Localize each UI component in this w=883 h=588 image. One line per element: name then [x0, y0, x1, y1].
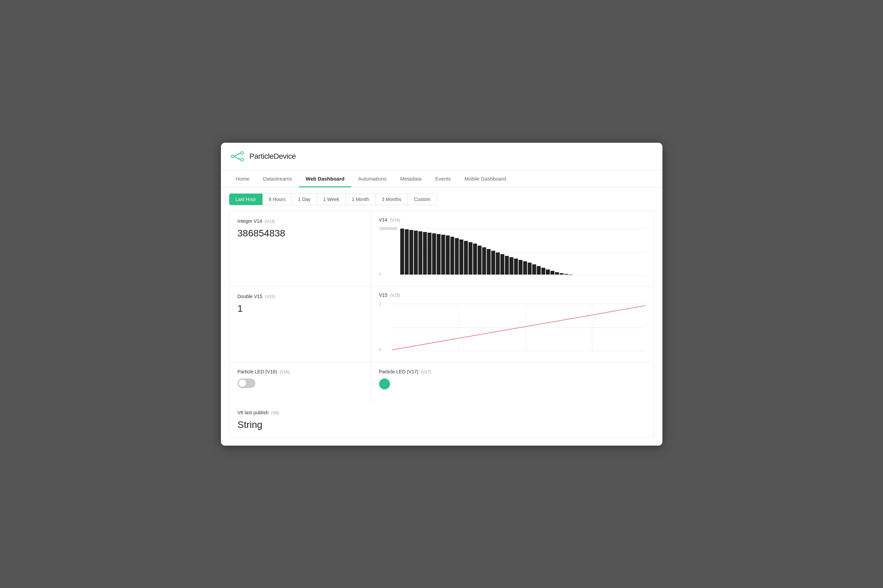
svg-rect-43 — [532, 264, 536, 274]
svg-rect-33 — [486, 249, 490, 274]
widget-double-v15-label: Double V15 (V15) — [238, 294, 363, 299]
chart-v15: V15 (V15) 2 0 — [371, 287, 654, 362]
svg-rect-21 — [432, 233, 436, 274]
chart-v14: V14 (V14) 2000000000 0 — [371, 212, 654, 286]
widget-led-v16: Particle LED (V16) (V16) — [229, 362, 371, 403]
time-btn-3months[interactable]: 3 Months — [376, 194, 408, 205]
nav-home[interactable]: Home — [229, 170, 256, 188]
svg-rect-42 — [527, 262, 531, 274]
svg-rect-14 — [400, 229, 404, 274]
logo-icon — [229, 148, 245, 165]
svg-text:2000000000: 2000000000 — [379, 226, 397, 230]
svg-rect-16 — [409, 230, 413, 274]
svg-rect-22 — [436, 234, 440, 274]
svg-point-8 — [238, 158, 239, 159]
time-filter: Last Hour 6 Hours 1 Day 1 Week 1 Month 3… — [221, 188, 662, 211]
widget-v6-label: V6 last publish (V6) — [238, 410, 646, 415]
widget-led-v17: Particle LED (V17) (V17) — [371, 362, 654, 403]
header: ParticleDevice — [221, 143, 662, 170]
time-btn-1month[interactable]: 1 Month — [346, 194, 376, 205]
svg-rect-49 — [560, 273, 563, 274]
svg-rect-37 — [505, 256, 508, 274]
svg-rect-23 — [441, 235, 445, 274]
svg-rect-28 — [464, 241, 468, 274]
nav-events[interactable]: Events — [428, 170, 457, 188]
svg-rect-40 — [519, 260, 522, 274]
svg-text:0: 0 — [379, 272, 381, 276]
svg-rect-29 — [468, 242, 472, 274]
svg-rect-25 — [450, 237, 454, 274]
svg-rect-24 — [445, 236, 449, 274]
row-v6: V6 last publish (V6) String — [229, 403, 654, 437]
nav-web-dashboard[interactable]: Web Dashboard — [299, 170, 352, 188]
svg-rect-36 — [500, 254, 504, 274]
toggle-v16[interactable] — [238, 378, 255, 388]
svg-rect-45 — [541, 268, 545, 274]
svg-rect-26 — [455, 238, 459, 274]
logo-area: ParticleDevice — [229, 148, 296, 165]
widget-double-v15-value: 1 — [238, 303, 363, 314]
svg-rect-44 — [537, 266, 540, 274]
widget-integer-v14-value: 386854838 — [238, 228, 363, 239]
svg-text:2: 2 — [379, 302, 381, 306]
svg-point-7 — [238, 153, 239, 154]
svg-rect-18 — [418, 231, 422, 274]
svg-point-2 — [241, 158, 244, 161]
svg-rect-48 — [555, 272, 558, 274]
main-nav: Home Datastreams Web Dashboard Automatio… — [221, 170, 662, 188]
svg-rect-47 — [550, 271, 554, 274]
widget-led-v16-label: Particle LED (V16) (V16) — [238, 369, 363, 374]
svg-rect-41 — [523, 261, 527, 274]
bar-chart-svg-v14: 2000000000 0 — [379, 225, 646, 280]
line-chart-svg-v15: 2 0 — [379, 300, 646, 355]
svg-rect-31 — [477, 246, 481, 274]
svg-rect-50 — [564, 274, 568, 274]
nav-metadata[interactable]: Metadata — [393, 170, 429, 188]
widget-v6-value: String — [238, 419, 646, 430]
time-btn-6hours[interactable]: 6 Hours — [263, 194, 292, 205]
svg-rect-51 — [568, 274, 572, 275]
app-frame: ParticleDevice Home Datastreams Web Dash… — [221, 143, 662, 446]
widget-integer-v14-label: Integer V14 (V14) — [238, 218, 363, 224]
svg-rect-30 — [473, 244, 477, 274]
svg-rect-32 — [482, 248, 486, 274]
svg-rect-19 — [423, 232, 427, 274]
nav-mobile-dashboard[interactable]: Mobile Dashboard — [457, 170, 513, 188]
row-leds: Particle LED (V16) (V16) Particle LED (V… — [229, 362, 654, 403]
chart-v14-title: V14 (V14) — [379, 217, 646, 222]
svg-rect-15 — [405, 229, 408, 274]
svg-rect-38 — [509, 257, 513, 274]
widget-integer-v14: Integer V14 (V14) 386854838 — [229, 212, 371, 286]
svg-point-1 — [241, 152, 244, 154]
svg-line-4 — [234, 156, 239, 159]
time-btn-custom[interactable]: Custom — [408, 194, 437, 205]
nav-automations[interactable]: Automations — [351, 170, 393, 188]
led-v17-indicator — [379, 378, 390, 389]
widget-led-v17-label: Particle LED (V17) (V17) — [379, 369, 646, 374]
svg-rect-34 — [491, 251, 495, 274]
nav-datastreams[interactable]: Datastreams — [256, 170, 299, 188]
svg-rect-27 — [459, 240, 463, 274]
svg-text:0: 0 — [379, 348, 381, 351]
svg-rect-17 — [414, 231, 418, 274]
svg-rect-39 — [514, 259, 517, 274]
row-v15: Double V15 (V15) 1 V15 (V15) 2 0 — [229, 286, 654, 362]
svg-rect-35 — [496, 252, 499, 274]
dashboard: Integer V14 (V14) 386854838 V14 (V14) 20… — [221, 211, 662, 446]
app-title: ParticleDevice — [250, 152, 296, 161]
toggle-v16-thumb — [239, 380, 246, 387]
svg-rect-20 — [427, 232, 431, 274]
svg-rect-46 — [546, 270, 549, 274]
time-btn-1day[interactable]: 1 Day — [292, 194, 317, 205]
time-btn-1week[interactable]: 1 Week — [317, 194, 346, 205]
svg-line-3 — [234, 154, 239, 156]
chart-v15-title: V15 (V15) — [379, 292, 646, 298]
svg-point-0 — [231, 155, 234, 158]
time-btn-last-hour[interactable]: Last Hour — [229, 194, 263, 205]
widget-double-v15: Double V15 (V15) 1 — [229, 287, 371, 362]
row-v14: Integer V14 (V14) 386854838 V14 (V14) 20… — [229, 211, 654, 286]
